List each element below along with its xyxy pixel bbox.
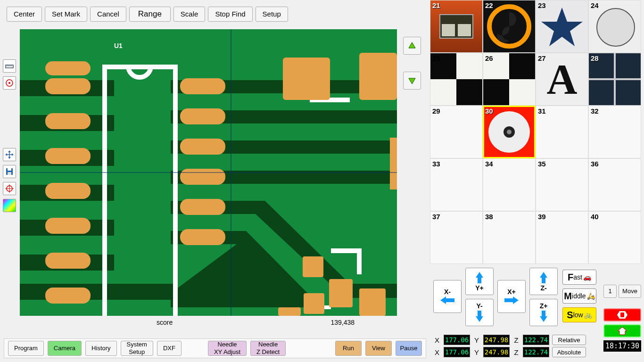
thumb-23[interactable]: 23 bbox=[536, 0, 588, 53]
jog-x-plus[interactable]: X+ bbox=[497, 280, 526, 313]
svg-rect-40 bbox=[180, 169, 225, 185]
svg-rect-42 bbox=[180, 229, 225, 245]
system-setup-button[interactable]: System Setup bbox=[121, 341, 153, 356]
jog-y-minus[interactable]: Y- bbox=[465, 299, 494, 326]
svg-point-6 bbox=[8, 82, 10, 84]
left-toolbar bbox=[3, 59, 16, 212]
thumb-32[interactable]: 32 bbox=[588, 106, 641, 158]
thumb-34[interactable]: 34 bbox=[483, 158, 536, 211]
rel-z-value: 122.74 bbox=[523, 335, 549, 345]
thumb-30[interactable]: 30 bbox=[483, 106, 536, 158]
needle-xy-button[interactable]: Needle XY Adjust bbox=[208, 341, 247, 356]
setup-button[interactable]: Setup bbox=[256, 7, 288, 22]
home-button[interactable] bbox=[603, 324, 641, 337]
thumb-27[interactable]: 27A bbox=[536, 53, 588, 106]
svg-rect-34 bbox=[45, 253, 91, 269]
thumb-37[interactable]: 37 bbox=[430, 211, 483, 264]
svg-marker-73 bbox=[504, 296, 519, 304]
needle-z-button[interactable]: Needle Z Detect bbox=[250, 341, 286, 356]
svg-rect-0 bbox=[6, 65, 13, 68]
svg-rect-31 bbox=[45, 148, 91, 164]
camera-button[interactable]: Camera bbox=[48, 341, 82, 356]
svg-rect-8 bbox=[8, 168, 11, 171]
save-icon[interactable] bbox=[3, 165, 16, 178]
camera-view[interactable]: U1 bbox=[20, 29, 397, 316]
svg-rect-64 bbox=[483, 79, 509, 105]
move-icon[interactable] bbox=[3, 148, 16, 161]
car-icon: 🚗 bbox=[583, 273, 591, 281]
abs-z-value: 122.74 bbox=[523, 347, 549, 357]
thumb-38[interactable]: 38 bbox=[483, 211, 536, 264]
jog-x-minus[interactable]: X- bbox=[433, 280, 462, 313]
thumb-35[interactable]: 35 bbox=[536, 158, 588, 211]
dxf-button[interactable]: DXF bbox=[157, 341, 182, 356]
svg-marker-75 bbox=[540, 311, 547, 322]
speed-middle-button[interactable]: Middle🛵 bbox=[562, 288, 596, 304]
score-row: score 139,438 bbox=[20, 319, 397, 326]
color-picker-icon[interactable] bbox=[3, 199, 16, 212]
rel-y-value: 247.98 bbox=[483, 335, 510, 345]
view-button[interactable]: View bbox=[365, 341, 392, 356]
jog-z-plus[interactable]: Z+ bbox=[529, 299, 558, 326]
clock-display: 18:17:30 bbox=[603, 340, 641, 352]
svg-marker-59 bbox=[541, 8, 583, 46]
thumb-33[interactable]: 33 bbox=[430, 158, 483, 211]
svg-point-60 bbox=[597, 8, 635, 46]
thumb-40[interactable]: 40 bbox=[588, 211, 641, 264]
thumb-25[interactable]: 25 bbox=[430, 53, 483, 106]
thumb-39[interactable]: 39 bbox=[536, 211, 588, 264]
svg-rect-62 bbox=[456, 79, 482, 105]
aux-panel: 1 Move 18:17:30 bbox=[603, 285, 641, 352]
rel-x-value: 177.06 bbox=[444, 335, 470, 345]
speed-slow-button[interactable]: Slow🚲 bbox=[562, 307, 596, 322]
svg-rect-48 bbox=[359, 288, 386, 316]
svg-marker-53 bbox=[409, 42, 415, 48]
scale-button[interactable]: Scale bbox=[173, 7, 206, 22]
absolute-button[interactable]: Absolute bbox=[552, 347, 586, 357]
svg-marker-54 bbox=[409, 78, 415, 84]
pause-button[interactable]: Pause bbox=[396, 341, 422, 356]
coords-relative-row: X177.06 Y247.98 Z122.74 Relative bbox=[433, 335, 586, 345]
range-button[interactable]: Range bbox=[129, 7, 171, 22]
move-button[interactable]: Move bbox=[619, 285, 641, 298]
thumb-24[interactable]: 24 bbox=[588, 0, 641, 53]
cancel-button[interactable]: Cancel bbox=[90, 7, 126, 22]
thumb-36[interactable]: 36 bbox=[588, 158, 641, 211]
jog-z-minus[interactable]: Z- bbox=[529, 268, 558, 295]
svg-marker-74 bbox=[540, 272, 547, 283]
thumb-31[interactable]: 31 bbox=[536, 106, 588, 158]
thumb-29[interactable]: 29 bbox=[430, 106, 483, 158]
svg-rect-9 bbox=[8, 172, 11, 175]
stop-find-button[interactable]: Stop Find bbox=[208, 7, 252, 22]
scroll-down-button[interactable] bbox=[403, 72, 421, 90]
ruler-icon[interactable] bbox=[3, 59, 16, 73]
thumb-26[interactable]: 26 bbox=[483, 53, 536, 106]
svg-marker-78 bbox=[618, 327, 627, 335]
svg-rect-35 bbox=[45, 288, 91, 304]
scroll-up-button[interactable] bbox=[403, 37, 421, 55]
top-toolbar: Center Set Mark Cancel Range Scale Stop … bbox=[7, 7, 288, 22]
target-circle-icon[interactable] bbox=[3, 76, 16, 90]
set-mark-button[interactable]: Set Mark bbox=[45, 7, 87, 22]
svg-rect-43 bbox=[283, 58, 330, 100]
svg-rect-50 bbox=[278, 307, 301, 316]
svg-rect-47 bbox=[329, 279, 353, 307]
thumb-22[interactable]: 22 bbox=[483, 0, 536, 53]
run-button[interactable]: Run bbox=[335, 341, 362, 356]
crosshair-icon[interactable] bbox=[3, 182, 16, 195]
program-button[interactable]: Program bbox=[8, 341, 44, 356]
step-1-button[interactable]: 1 bbox=[603, 285, 617, 298]
svg-rect-63 bbox=[509, 53, 535, 79]
relative-button[interactable]: Relative bbox=[552, 335, 586, 345]
abs-x-value: 177.06 bbox=[444, 347, 470, 357]
history-button[interactable]: History bbox=[85, 341, 116, 356]
mark-thumbnail-grid: 21 22 23 24 25 26 27A 28 29 30 31 32 33 … bbox=[430, 0, 644, 264]
center-button[interactable]: Center bbox=[7, 7, 42, 22]
jog-y-plus[interactable]: Y+ bbox=[465, 268, 494, 295]
emergency-stop-button[interactable] bbox=[603, 308, 641, 321]
thumb-28[interactable]: 28 bbox=[588, 53, 641, 106]
svg-rect-46 bbox=[303, 256, 323, 277]
thumb-21[interactable]: 21 bbox=[430, 0, 483, 53]
speed-fast-button[interactable]: Fast🚗 bbox=[562, 270, 596, 285]
svg-text:U1: U1 bbox=[114, 42, 123, 49]
